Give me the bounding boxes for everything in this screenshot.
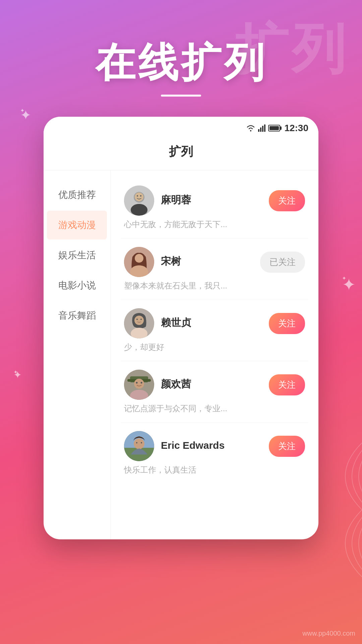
user-name-3: 颜欢茜 <box>161 377 262 391</box>
svg-point-21 <box>140 319 142 320</box>
svg-point-10 <box>140 195 141 197</box>
user-row-2: 赖世贞 关注 <box>124 308 305 338</box>
watermark: www.pp4000.com <box>302 630 355 637</box>
svg-point-35 <box>141 442 142 443</box>
follow-button-4[interactable]: 关注 <box>269 436 305 457</box>
user-bio-4: 快乐工作，认真生活 <box>124 465 305 475</box>
user-name-0: 麻明蓉 <box>161 193 262 207</box>
hero-title: 在线扩列 <box>0 40 362 85</box>
user-info-3: 颜欢茜 <box>161 377 262 392</box>
follow-button-0[interactable]: 关注 <box>269 190 305 211</box>
user-info-1: 宋树 <box>161 255 253 270</box>
avatar-4 <box>124 431 154 461</box>
user-bio-1: 塑像本来就在石头里，我只... <box>124 280 305 291</box>
avatar-0 <box>124 185 154 216</box>
svg-point-9 <box>137 195 138 197</box>
hero-section: 在线扩列 <box>0 0 362 97</box>
status-icons <box>246 124 280 132</box>
phone-mockup: 12:30 扩列 优质推荐 游戏动漫 娱乐生活 电影小说 音乐舞蹈 <box>44 117 318 539</box>
avatar-2 <box>124 308 154 338</box>
app-title: 扩列 <box>169 145 193 158</box>
follow-button-3[interactable]: 关注 <box>269 374 305 395</box>
svg-point-26 <box>134 379 144 389</box>
svg-point-27 <box>136 382 138 384</box>
svg-point-16 <box>135 254 143 263</box>
svg-rect-11 <box>131 204 147 216</box>
signal-icon <box>258 124 265 132</box>
sidebar-item-1[interactable]: 游戏动漫 <box>47 211 107 239</box>
user-bio-3: 记忆点源于与众不同，专业... <box>124 403 305 414</box>
user-bio-0: 心中无敌，方能无敌于天下... <box>124 219 305 230</box>
user-row-3: 颜欢茜 关注 <box>124 370 305 400</box>
hero-divider <box>161 95 201 97</box>
svg-point-0 <box>250 130 251 131</box>
user-card-3: 颜欢茜 关注 记忆点源于与众不同，专业... <box>121 361 308 423</box>
svg-rect-2 <box>260 127 261 132</box>
sidebar-item-3[interactable]: 电影小说 <box>47 271 107 300</box>
svg-rect-4 <box>264 124 265 132</box>
user-card-1: 宋树 已关注 塑像本来就在石头里，我只... <box>121 238 308 300</box>
status-time: 12:30 <box>284 123 308 133</box>
user-row-0: 麻明蓉 关注 <box>124 185 305 216</box>
user-row-4: Eric Edwards 关注 <box>124 431 305 461</box>
sidebar-item-4[interactable]: 音乐舞蹈 <box>47 301 107 330</box>
sidebar-item-0[interactable]: 优质推荐 <box>47 180 107 209</box>
wifi-icon <box>246 124 255 132</box>
follow-button-1[interactable]: 已关注 <box>260 252 305 273</box>
user-name-2: 赖世贞 <box>161 316 262 330</box>
user-name-4: Eric Edwards <box>161 440 262 451</box>
follow-button-2[interactable]: 关注 <box>269 313 305 334</box>
svg-point-28 <box>141 382 142 384</box>
svg-point-20 <box>136 319 138 320</box>
user-card-2: 赖世贞 关注 少，却更好 <box>121 300 308 361</box>
svg-point-34 <box>136 442 137 443</box>
status-bar: 12:30 <box>44 117 318 137</box>
user-bio-2: 少，却更好 <box>124 342 305 353</box>
user-card-0: 麻明蓉 关注 心中无敌，方能无敌于天下... <box>121 177 308 238</box>
sidebar: 优质推荐 游戏动漫 娱乐生活 电影小说 音乐舞蹈 <box>44 170 111 539</box>
sidebar-item-2[interactable]: 娱乐生活 <box>47 241 107 270</box>
app-header: 扩列 <box>44 137 318 170</box>
user-list: 麻明蓉 关注 心中无敌，方能无敌于天下... <box>111 170 318 539</box>
svg-point-33 <box>134 438 144 449</box>
user-card-4: Eric Edwards 关注 快乐工作，认真生活 <box>121 423 308 484</box>
svg-rect-1 <box>258 129 259 132</box>
svg-rect-3 <box>262 126 263 132</box>
avatar-3 <box>124 370 154 400</box>
user-row-1: 宋树 已关注 <box>124 247 305 277</box>
svg-point-19 <box>134 316 144 325</box>
user-info-4: Eric Edwards <box>161 440 262 452</box>
svg-point-8 <box>135 193 143 201</box>
avatar-1 <box>124 247 154 277</box>
user-name-1: 宋树 <box>161 255 253 268</box>
content-area: 优质推荐 游戏动漫 娱乐生活 电影小说 音乐舞蹈 <box>44 170 318 539</box>
user-info-0: 麻明蓉 <box>161 193 262 208</box>
user-info-2: 赖世贞 <box>161 316 262 331</box>
battery-icon <box>268 125 280 131</box>
